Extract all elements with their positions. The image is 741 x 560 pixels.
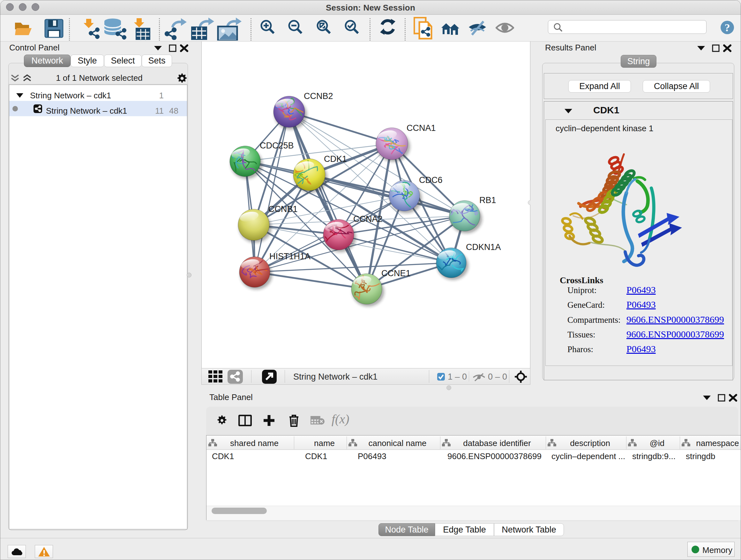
svg-text:CCNA2: CCNA2 xyxy=(353,214,383,224)
svg-text:CDC25B: CDC25B xyxy=(260,141,294,150)
svg-text:?: ? xyxy=(725,22,730,34)
svg-text:CCNB2: CCNB2 xyxy=(304,91,333,101)
svg-text:CDK1: CDK1 xyxy=(324,154,347,164)
svg-text:CDKN1A: CDKN1A xyxy=(466,242,501,252)
svg-text:CDC6: CDC6 xyxy=(419,175,443,185)
svg-text:HIST1H1A: HIST1H1A xyxy=(269,252,311,261)
svg-text:RB1: RB1 xyxy=(479,195,496,205)
svg-text:CCNB1: CCNB1 xyxy=(268,204,298,214)
svg-text:CCNA1: CCNA1 xyxy=(407,123,436,133)
svg-text:CCNE1: CCNE1 xyxy=(381,268,411,278)
